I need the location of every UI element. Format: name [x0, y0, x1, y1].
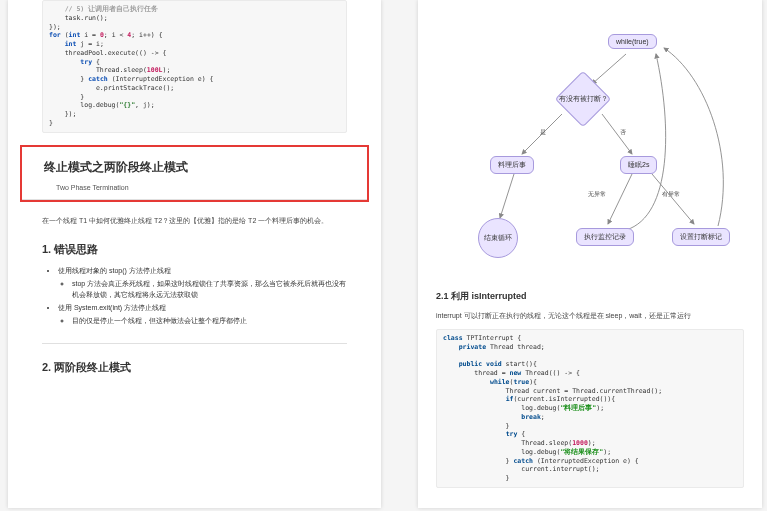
heading-isinterrupted: 2.1 利用 isInterrupted [418, 276, 762, 307]
heading-two-phase: 终止模式之两阶段终止模式 [22, 147, 367, 182]
highlight-box: 终止模式之两阶段终止模式 Two Phase Termination [20, 145, 369, 202]
code-block-threadpool: // 5) 让调用者自己执行任务 task.run(); }); for (in… [42, 0, 347, 133]
bullet-stop-detail: stop 方法会真正杀死线程，如果这时线程锁住了共享资源，那么当它被杀死后就再也… [72, 278, 347, 300]
divider [42, 343, 347, 344]
page-left: // 5) 让调用者自己执行任务 task.run(); }); for (in… [8, 0, 381, 508]
svg-line-5 [652, 174, 694, 224]
code-block-tptinterrupt: class TPTInterrupt { private Thread thre… [436, 329, 744, 488]
svg-line-3 [500, 174, 514, 218]
node-end-loop: 结束循环 [478, 218, 518, 258]
edge-label-noexception: 无异常 [588, 190, 606, 199]
subtitle-two-phase: Two Phase Termination [22, 182, 367, 200]
list-item: 使用 System.exit(int) 方法停止线程 目的仅是停止一个线程，但这… [58, 302, 347, 328]
node-sleep: 睡眠2s [620, 156, 657, 174]
node-sleep-label: 睡眠2s [628, 160, 649, 170]
node-set-flag-label: 设置打断标记 [680, 232, 722, 242]
node-check-label: 有没有被打断？ [559, 94, 608, 104]
flowchart: while(true) 有没有被打断？ 料理后事 睡眠2s 结束循环 执行监控记… [436, 6, 744, 276]
node-while-label: while(true) [616, 38, 649, 45]
intro-paragraph: 在一个线程 T1 中如何优雅终止线程 T2？这里的【优雅】指的是给 T2 一个料… [8, 206, 381, 232]
desc-isinterrupted: interrupt 可以打断正在执行的线程，无论这个线程是在 sleep，wai… [418, 307, 762, 327]
heading-two-phase-mode: 2. 两阶段终止模式 [8, 350, 381, 379]
svg-line-0 [592, 54, 626, 84]
node-while: while(true) [608, 34, 657, 49]
node-end-loop-label: 结束循环 [484, 233, 512, 243]
bullet-exit-detail: 目的仅是停止一个线程，但这种做法会让整个程序都停止 [72, 315, 347, 326]
edge-label-no: 否 [620, 128, 626, 137]
node-log: 执行监控记录 [576, 228, 634, 246]
node-check-interrupted: 有没有被打断？ [556, 84, 610, 114]
edge-label-yes: 是 [540, 128, 546, 137]
bullet-exit: 使用 System.exit(int) 方法停止线程 [58, 304, 166, 311]
heading-wrong-approach: 1. 错误思路 [8, 232, 381, 261]
svg-line-4 [608, 174, 632, 224]
bullet-list: 使用线程对象的 stop() 方法停止线程 stop 方法会真正杀死线程，如果这… [8, 261, 381, 333]
list-item: 使用线程对象的 stop() 方法停止线程 stop 方法会真正杀死线程，如果这… [58, 265, 347, 303]
node-cleanup: 料理后事 [490, 156, 534, 174]
page-right: while(true) 有没有被打断？ 料理后事 睡眠2s 结束循环 执行监控记… [418, 0, 762, 508]
bullet-stop: 使用线程对象的 stop() 方法停止线程 [58, 267, 171, 274]
node-set-flag: 设置打断标记 [672, 228, 730, 246]
node-cleanup-label: 料理后事 [498, 160, 526, 170]
edge-label-hasexception: 有异常 [662, 190, 680, 199]
node-log-label: 执行监控记录 [584, 232, 626, 242]
svg-line-2 [602, 114, 632, 154]
